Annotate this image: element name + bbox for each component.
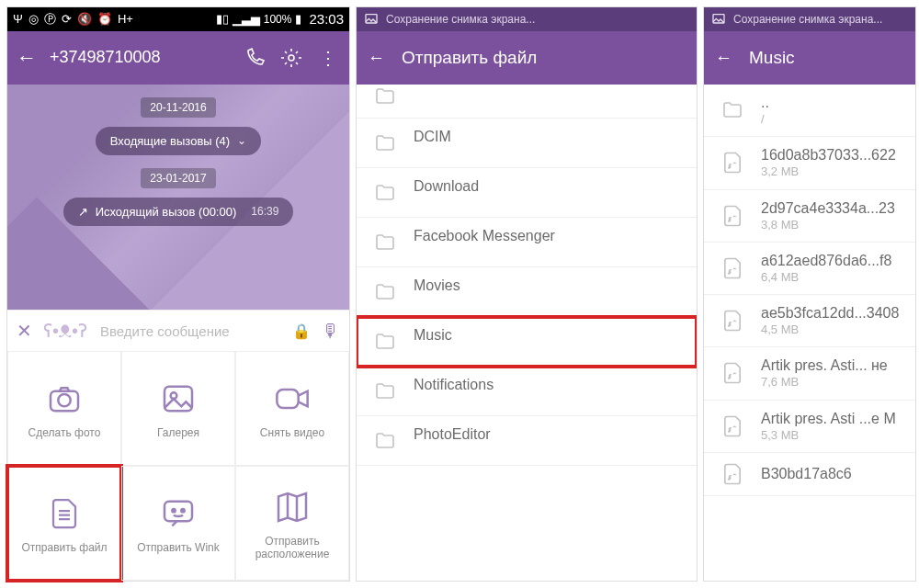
svg-text:♪: ♪ [728,269,731,275]
outgoing-call-pill[interactable]: ↗ Исходящий вызов (00:00) 16:39 [63,198,294,226]
screenshot-icon [711,12,726,27]
audio-file-icon: ♪ [717,309,748,333]
close-icon[interactable]: ✕ [17,320,32,342]
folder-row[interactable]: Movies [357,267,697,317]
svg-point-8 [181,509,184,512]
gallery-icon [158,379,199,419]
attach-send-file[interactable]: Отправить файл [7,466,121,581]
folder-icon [369,280,401,304]
chevron-down-icon: ⌄ [237,134,246,147]
file-name: 2d97ca4e3334a...23 [761,199,895,218]
mute-icon: 🔇 [77,13,92,25]
incoming-calls-pill[interactable]: Входящие вызовы (4) ⌄ [96,127,261,155]
audio-file-row[interactable]: ♪Artik pres. Asti ...e M5,3 MB [704,401,915,453]
svg-text:♪: ♪ [728,164,731,169]
saving-text: Сохранение снимка экрана... [733,13,882,26]
phone-music-folder: Сохранение снимка экрана... ← Music ../♪… [704,7,915,581]
statusbar-left-icons: Ψ ◎ Ⓟ ⟳ 🔇 ⏰ H+ [13,13,133,25]
svg-point-0 [289,55,294,61]
svg-rect-3 [165,386,192,411]
menu-dots-icon[interactable]: ⋮ [316,46,340,70]
folder-icon [369,231,401,254]
folder-row[interactable]: PhotoEditor [357,416,697,466]
svg-text:♪: ♪ [728,322,731,327]
outgoing-label: Исходящий вызов (00:00) [96,205,237,219]
date-chip-2: 23-01-2017 [141,168,215,188]
svg-text:♪: ♪ [728,426,731,432]
alarm-icon: ⏰ [97,13,112,25]
attach-take-photo[interactable]: Сделать фото [7,351,121,466]
call-icon[interactable] [243,46,267,70]
target-icon: ◎ [28,13,39,25]
folder-icon [369,429,401,453]
video-icon [272,379,312,419]
folder-icon [369,379,401,403]
audio-file-icon: ♪ [717,462,748,486]
attach-record-video[interactable]: Снять видео [235,351,349,466]
attach-send-wink[interactable]: Отправить Wink [121,466,235,581]
folder-list[interactable]: DCIMDownloadFacebook MessengerMoviesMusi… [357,85,697,581]
sticker-icon[interactable]: ʕ•ᴥ•ʔ [43,320,87,342]
audio-file-icon: ♪ [717,256,748,280]
saving-text: Сохранение снимка экрана... [386,13,535,26]
folder-path: / [761,112,769,127]
signal-icon: ▮▯ [216,13,229,25]
folder-type [414,245,555,257]
folder-row[interactable] [357,85,697,119]
message-composer: ✕ ʕ•ᴥ•ʔ 🔒 🎙 [7,310,349,351]
audio-file-icon: ♪ [717,204,748,228]
audio-file-icon: ♪ [717,151,748,175]
audio-file-row[interactable]: ♪ae5b3fca12dd...34084,5 MB [704,295,915,347]
android-statusbar: Ψ ◎ Ⓟ ⟳ 🔇 ⏰ H+ ▮▯ ▁▃▅ 100% ▮ 23:03 [7,7,349,31]
folder-icon [369,181,401,205]
svg-text:♪: ♪ [728,475,731,481]
folder-type [414,444,491,456]
attachment-grid: Сделать фото Галерея Снять видео Отправи… [7,351,349,581]
attach-gallery[interactable]: Галерея [121,351,235,466]
audio-file-row[interactable]: ♪Artik pres. Asti... не7,6 MB [704,347,915,400]
file-size: 3,2 MB [761,164,896,179]
audio-file-row[interactable]: ♪16d0a8b37033...6223,2 MB [704,137,915,189]
svg-rect-6 [165,501,192,521]
mic-icon[interactable]: 🎙 [322,321,340,342]
gear-icon[interactable] [279,46,303,70]
file-list[interactable]: ../♪16d0a8b37033...6223,2 MB♪2d97ca4e333… [704,85,915,581]
file-icon [44,493,85,534]
folder-up-row[interactable]: ../ [704,85,915,137]
folder-name: Notifications [414,376,494,394]
message-input[interactable] [98,322,281,340]
back-icon[interactable]: ← [715,48,732,68]
pinterest-icon: Ⓟ [44,13,56,25]
audio-file-row[interactable]: ♪2d97ca4e3334a...233,8 MB [704,190,915,243]
file-browser-header: ← Отправить файл [357,31,697,85]
network-type: H+ [118,13,133,25]
file-size: 4,5 MB [761,322,899,337]
incoming-label: Входящие вызовы (4) [110,134,230,148]
contact-number[interactable]: +37498710008 [50,48,230,67]
attach-label: Отправить Wink [137,541,220,554]
file-size: 5,3 MB [761,428,896,443]
lock-icon[interactable]: 🔒 [292,322,311,340]
audio-file-row[interactable]: ♪B30bd17a8c6 [704,453,915,496]
wink-icon [158,493,199,534]
file-size: 7,6 MB [761,375,888,390]
folder-row[interactable]: DCIM [357,119,697,168]
folder-name: Download [414,177,479,196]
folder-row[interactable]: Download [357,168,697,218]
back-icon[interactable]: ← [17,46,37,70]
folder-row[interactable]: Music [357,317,697,367]
folder-icon [369,131,401,155]
folder-row[interactable]: Facebook Messenger [357,218,697,267]
header-title: Отправить файл [402,48,537,68]
back-icon[interactable]: ← [368,48,385,68]
folder-type [414,295,460,307]
folder-icon [369,85,401,108]
folder-row[interactable]: Notifications [357,367,697,416]
audio-file-icon: ♪ [717,414,748,438]
file-size: 3,8 MB [761,218,895,232]
attach-send-location[interactable]: Отправить расположение [235,466,349,581]
attach-label: Отправить файл [21,541,107,554]
file-size: 6,4 MB [761,270,891,285]
folder-name: DCIM [414,128,451,146]
audio-file-row[interactable]: ♪a612aed876da6...f86,4 MB [704,243,915,295]
